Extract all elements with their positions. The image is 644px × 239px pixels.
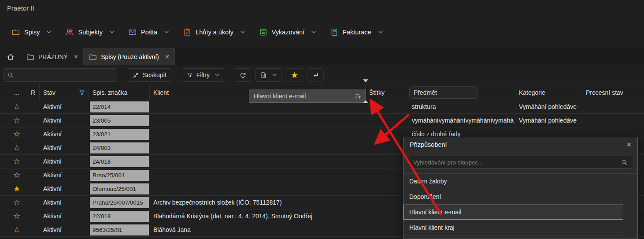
- customization-panel: Přizpůsobení × Datum žalobyDoporučeníHla…: [403, 137, 638, 239]
- column-list-item-hlavni-klient-e-mail[interactable]: Hlavní klient e-mail: [403, 205, 623, 220]
- home-icon: [7, 53, 15, 61]
- column-header-procesni[interactable]: Procesní stav: [582, 85, 644, 100]
- chevron-down-icon[interactable]: [110, 31, 114, 34]
- znacka-badge[interactable]: Praha/25/007/0015: [90, 197, 149, 208]
- chevron-down-icon: [272, 74, 277, 76]
- star-icon[interactable]: ☆: [13, 171, 20, 179]
- chevron-down-icon[interactable]: [164, 31, 169, 34]
- column-search-input[interactable]: [413, 159, 618, 166]
- tab-prazdny[interactable]: PRÁZDNÝ×: [21, 48, 84, 65]
- refresh-icon: [240, 72, 246, 78]
- chevron-down-icon[interactable]: [241, 31, 245, 34]
- menu-item-fakturace[interactable]: Fakturace: [325, 24, 388, 40]
- chevron-down-icon[interactable]: [311, 31, 316, 34]
- cell-klient: [150, 127, 366, 141]
- znacka-badge[interactable]: 24/003: [90, 142, 149, 153]
- znacka-badge[interactable]: 24/018: [90, 156, 149, 167]
- cell-procesni: [582, 114, 644, 127]
- column-header-znacka[interactable]: Spis. značka: [89, 85, 150, 100]
- column-list-item-datum-zaloby[interactable]: Datum žaloby: [403, 174, 623, 189]
- group-button[interactable]: Seskupit: [128, 68, 171, 82]
- cell-stav: Aktivní: [40, 223, 89, 236]
- column-header-stitky[interactable]: Štítky: [366, 85, 408, 100]
- chevron-down-icon: [215, 74, 219, 76]
- znacka-badge[interactable]: 23/021: [90, 129, 149, 140]
- column-list-item-doporuceni[interactable]: Doporučení: [403, 189, 623, 205]
- chevron-down-icon[interactable]: [378, 31, 383, 34]
- znacka-badge[interactable]: 22/014: [90, 101, 149, 112]
- export-button[interactable]: [255, 68, 281, 82]
- cell-znacka: 9563/25/01: [89, 223, 150, 236]
- cell-kategorie: Vymáhání pohledáve: [515, 114, 582, 127]
- refresh-button[interactable]: [235, 68, 251, 82]
- cell-klient: Bláhová Jana: [150, 223, 366, 236]
- znacka-badge[interactable]: 22/018: [90, 211, 149, 222]
- star-icon[interactable]: ★: [13, 185, 20, 193]
- cell-stav: Aktivní: [40, 127, 89, 141]
- column-filter-icon[interactable]: [79, 90, 85, 96]
- menu-item-vykazovani[interactable]: Vykazování: [254, 24, 321, 40]
- tab-home[interactable]: [0, 48, 21, 65]
- znacka-badge[interactable]: Brno/25/001: [90, 170, 149, 181]
- drop-indicator-top: [363, 79, 368, 82]
- filters-button[interactable]: Filtry: [182, 68, 224, 82]
- star-icon[interactable]: ☆: [13, 116, 20, 124]
- cell-znacka: 23/005: [89, 114, 150, 127]
- enter-button[interactable]: [307, 68, 324, 82]
- column-list-item-hlavni-klient-kraj[interactable]: Hlavní klient kraj: [403, 220, 623, 235]
- cell-stav: Aktivní: [40, 114, 89, 127]
- menu-item-lhuty-a-ukoly[interactable]: Lhůty a úkoly: [178, 24, 250, 40]
- cell-stitky: [366, 100, 408, 113]
- dragged-column-header[interactable]: Hlavní klient e-mail: [249, 90, 366, 103]
- close-icon[interactable]: ×: [626, 141, 631, 149]
- cell-stitky: [366, 209, 408, 223]
- column-header-r[interactable]: R: [27, 85, 40, 100]
- star-icon[interactable]: ☆: [13, 130, 20, 138]
- mail-icon: [128, 28, 137, 37]
- znacka-badge[interactable]: 23/005: [90, 115, 149, 126]
- menu-item-spisy[interactable]: Spisy: [6, 24, 56, 40]
- star-icon[interactable]: ☆: [13, 226, 20, 234]
- cell-znacka: 22/018: [89, 209, 150, 223]
- cell-r: [27, 127, 40, 141]
- cell-r: [27, 182, 40, 195]
- favorite-button[interactable]: ★: [286, 68, 303, 82]
- tab-spisy-pouze-aktivni[interactable]: Spisy (Pouze aktivní)×: [84, 48, 175, 65]
- people-icon: [65, 28, 74, 37]
- menu-bar: SpisySubjektyPoštaLhůty a úkolyVykazován…: [0, 17, 644, 48]
- cell-r: [27, 168, 40, 182]
- cell-znacka: Praha/25/007/0015: [89, 196, 150, 209]
- toolbar: Seskupit Filtry ★: [0, 65, 644, 85]
- panel-title: Přizpůsobení: [410, 141, 447, 148]
- znacka-badge[interactable]: 9563/25/01: [90, 224, 149, 235]
- predmet-header-box[interactable]: Předmět: [409, 86, 478, 99]
- star-icon[interactable]: ☆: [13, 212, 20, 220]
- column-header-more[interactable]: ...: [0, 85, 27, 100]
- star-icon[interactable]: ☆: [13, 157, 20, 165]
- column-header-kategorie[interactable]: Kategorie: [515, 85, 582, 100]
- search-box[interactable]: [4, 68, 117, 82]
- search-input[interactable]: [17, 72, 113, 78]
- cell-stav: Aktivní: [40, 209, 89, 223]
- star-icon[interactable]: ☆: [13, 103, 20, 111]
- menu-item-posta[interactable]: Pošta: [123, 24, 174, 40]
- cell-r: [27, 209, 40, 223]
- column-header-stav[interactable]: Stav: [40, 85, 89, 100]
- znacka-badge[interactable]: Olomouc/25/001: [90, 183, 149, 194]
- cell-znacka: 24/018: [89, 155, 150, 168]
- cell-r: [27, 223, 40, 236]
- chevron-down-icon[interactable]: [47, 31, 51, 34]
- menu-item-subjekty[interactable]: Subjekty: [60, 24, 119, 40]
- dragged-column-label: Hlavní klient e-mail: [254, 93, 306, 100]
- cell-znacka: 22/014: [89, 100, 150, 113]
- column-header-predmet[interactable]: Předmět: [408, 85, 515, 100]
- tab-bar: PRÁZDNÝ×Spisy (Pouze aktivní)×: [0, 48, 644, 65]
- table-row[interactable]: ☆Aktivní23/005vymáhánívymáhánívymáhánívy…: [0, 114, 644, 127]
- column-search-box[interactable]: [409, 156, 632, 169]
- close-icon[interactable]: ×: [74, 53, 78, 60]
- star-icon[interactable]: ☆: [13, 198, 20, 206]
- close-icon[interactable]: ×: [165, 53, 169, 60]
- cell-klient: [150, 141, 366, 154]
- cell-r: [27, 155, 40, 168]
- star-icon[interactable]: ☆: [13, 144, 20, 152]
